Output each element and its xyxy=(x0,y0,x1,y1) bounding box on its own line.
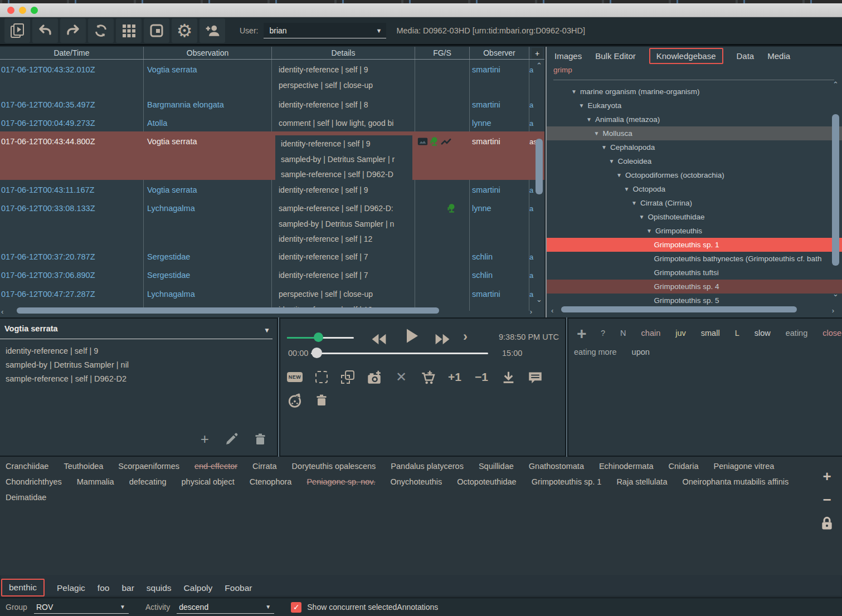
concept-tab-bar[interactable]: bar xyxy=(121,583,134,593)
column-header-observation[interactable]: Observation xyxy=(144,47,272,59)
timeline-slider[interactable] xyxy=(311,353,488,354)
table-scroll-left-icon[interactable]: ‹ xyxy=(1,309,3,315)
settings-gear-button[interactable]: ⚙ xyxy=(172,18,197,43)
column-header-fg-s[interactable]: FG/S xyxy=(415,47,470,59)
concept-chip-button[interactable]: Doryteuthis opalescens xyxy=(292,462,376,471)
kb-vertical-scrollbar[interactable] xyxy=(832,114,839,266)
tree-caret-icon[interactable]: ▼ xyxy=(594,130,600,136)
refresh-button[interactable] xyxy=(88,18,114,43)
tree-node[interactable]: Grimpoteuthis bathynectes (Grimpoteuthis… xyxy=(547,252,842,266)
quick-concept-button[interactable]: N xyxy=(620,329,626,338)
quick-concept-button[interactable]: L xyxy=(735,329,739,338)
quick-concept-button[interactable]: chain xyxy=(641,329,661,338)
remove-concept-button[interactable]: − xyxy=(822,492,831,507)
association-item[interactable]: sampled-by | Detritus Sampler | nil xyxy=(6,360,129,369)
add-to-cart-button[interactable] xyxy=(420,369,436,385)
tree-node[interactable]: Grimpoteuthis tuftsi xyxy=(547,266,842,280)
lock-icon[interactable] xyxy=(820,516,834,532)
association-item[interactable]: sample-reference | self | D962-D2 xyxy=(6,374,126,383)
annotation-row[interactable]: 017-06-12T00:33:08.133ZLychnagalmasample… xyxy=(0,198,544,247)
concept-tab-squids[interactable]: squids xyxy=(147,583,172,593)
concept-chip-button[interactable]: Teuthoidea xyxy=(64,462,103,471)
concept-tab-benthic[interactable]: benthic xyxy=(1,579,45,597)
concept-combobox[interactable]: Vogtia serrata ▼ xyxy=(4,324,271,338)
quick-concept-button[interactable]: upon xyxy=(632,348,650,356)
kb-scroll-left-icon[interactable]: ‹ xyxy=(551,307,553,314)
minus-one-button[interactable]: −1 xyxy=(473,369,490,385)
table-vertical-scrollbar[interactable] xyxy=(536,139,543,194)
kb-search-input[interactable]: grimp xyxy=(553,66,572,74)
quick-concept-button[interactable]: juv xyxy=(675,329,686,338)
rewind-button[interactable] xyxy=(371,331,387,348)
concept-chip-button[interactable]: Peniagone vitrea xyxy=(713,462,774,471)
minimize-window-button[interactable] xyxy=(19,7,26,14)
table-horizontal-scrollbar[interactable] xyxy=(17,307,439,314)
column-header-details[interactable]: Details xyxy=(272,47,415,59)
fast-forward-button[interactable] xyxy=(434,331,451,348)
concept-chip-button[interactable]: Peniagone sp. nov. xyxy=(306,477,375,486)
tree-node[interactable]: Grimpoteuthis sp. 5 xyxy=(547,294,842,307)
tree-caret-icon[interactable]: ▼ xyxy=(571,89,577,95)
close-window-button[interactable] xyxy=(7,7,14,14)
tree-node[interactable]: ▼marine organism (marine-organism) xyxy=(547,85,842,99)
zoom-window-button[interactable] xyxy=(31,7,38,14)
annotation-row[interactable]: 017-06-12T00:04:49.273ZAtollacomment | s… xyxy=(0,113,544,131)
tree-node[interactable]: ▼Cirrata (Cirrina) xyxy=(547,196,842,210)
tree-caret-icon[interactable]: ▼ xyxy=(601,144,607,150)
timeline-knob[interactable] xyxy=(312,348,322,358)
concept-chip-button[interactable]: Chondrichthyes xyxy=(6,477,62,486)
clear-selection-button[interactable]: ✕ xyxy=(393,369,410,385)
concept-chip-button[interactable]: Ctenophora xyxy=(250,477,292,486)
table-scroll-down-icon[interactable]: ⌄ xyxy=(536,296,542,303)
grid-button[interactable] xyxy=(116,18,142,43)
comment-button[interactable] xyxy=(527,369,543,385)
tree-caret-icon[interactable]: ▼ xyxy=(609,158,615,164)
add-association-button[interactable]: + xyxy=(201,431,209,448)
tree-caret-icon[interactable]: ▼ xyxy=(616,172,622,178)
column-header-date-time[interactable]: Date/Time xyxy=(0,47,144,59)
frame-advance-icon[interactable]: › xyxy=(463,329,468,344)
concept-tab-foo[interactable]: foo xyxy=(98,583,110,593)
quick-concept-button[interactable]: slow xyxy=(755,329,771,338)
concept-chip-button[interactable]: physical object xyxy=(182,477,235,486)
add-quick-button[interactable]: + xyxy=(577,324,587,343)
concept-chip-button[interactable]: Oneirophanta mutabilis affinis xyxy=(682,477,789,486)
concept-chip-button[interactable]: Mammalia xyxy=(77,477,114,486)
tab-bulk-editor[interactable]: Bulk Editor xyxy=(595,51,636,61)
tab-images[interactable]: Images xyxy=(554,51,582,61)
concept-chip-button[interactable]: Deimatidae xyxy=(6,493,46,502)
annotation-app-button[interactable] xyxy=(4,18,30,43)
tree-node[interactable]: Grimpoteuthis sp. 1 xyxy=(547,238,842,252)
annotation-row[interactable]: 017-06-12T00:43:44.800ZVogtia serrataide… xyxy=(0,131,544,180)
tree-caret-icon[interactable]: ▼ xyxy=(631,200,637,206)
concept-tab-calpoly[interactable]: Calpoly xyxy=(184,583,213,593)
show-concurrent-checkbox[interactable]: ✓ xyxy=(291,602,301,613)
duplicate-localization-button[interactable] xyxy=(339,369,356,385)
edit-association-button[interactable] xyxy=(225,433,238,446)
tree-node[interactable]: Grimpoteuthis sp. 4 xyxy=(547,280,842,294)
delete-association-button[interactable] xyxy=(254,433,267,446)
quick-concept-button[interactable]: small xyxy=(701,329,720,338)
tree-node[interactable]: ▼Animalia (metazoa) xyxy=(547,113,842,126)
concept-chip-button[interactable]: Cnidaria xyxy=(668,462,698,471)
kb-horizontal-scrollbar[interactable] xyxy=(561,306,797,312)
table-scroll-up-icon[interactable]: ⌃ xyxy=(536,62,542,69)
speed-slider-knob[interactable] xyxy=(314,333,323,342)
annotation-row[interactable]: 017-06-12T00:40:35.497ZBargmannia elonga… xyxy=(0,95,544,113)
annotation-row[interactable]: 017-06-12T00:43:32.010ZVogtia serrataide… xyxy=(0,60,544,95)
tree-node[interactable]: ▼Eukaryota xyxy=(547,99,842,113)
tree-node[interactable]: ▼Octopoda xyxy=(547,182,842,196)
tree-caret-icon[interactable]: ▼ xyxy=(624,186,630,192)
concept-chip-button[interactable]: Pandalus platyceros xyxy=(391,462,464,471)
tab-data[interactable]: Data xyxy=(737,51,755,61)
localize-selection-button[interactable] xyxy=(313,369,330,385)
add-column-button[interactable]: + xyxy=(532,48,543,58)
tree-node[interactable]: ▼Cephalopoda xyxy=(547,140,842,154)
activity-select[interactable]: descend ▼ xyxy=(177,600,274,614)
concept-chip-button[interactable]: Octopoteuthidae xyxy=(457,477,516,486)
annotation-row[interactable]: 017-06-12T00:47:27.287ZLychnagalmaperspe… xyxy=(0,284,544,311)
timer-sync-button[interactable] xyxy=(286,392,303,409)
quick-concept-button[interactable]: eating more xyxy=(574,348,617,356)
table-scroll-right-icon[interactable]: › xyxy=(530,309,532,315)
tree-node[interactable]: ▼Grimpoteuthis xyxy=(547,224,842,238)
